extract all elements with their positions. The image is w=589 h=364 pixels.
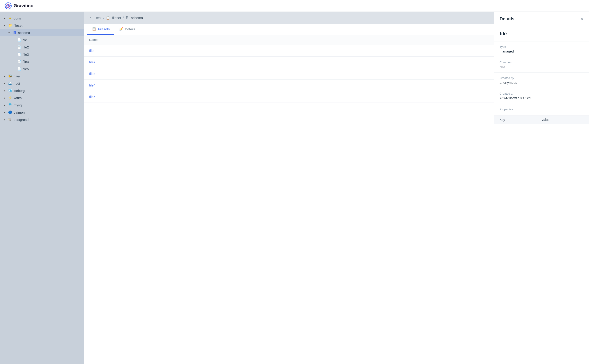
iceberg-icon: 🧊 <box>8 88 12 93</box>
sidebar-item-schema[interactable]: ▼ 🗄 schema <box>0 29 84 36</box>
mysql-icon: 🐬 <box>8 103 12 107</box>
sidebar-item-iceberg[interactable]: ▶ 🧊 iceberg <box>0 87 84 94</box>
file4-icon: 📄 <box>17 59 21 64</box>
type-label: Type <box>500 45 583 48</box>
details-panel-title: Details <box>500 16 515 21</box>
fileset-arrow: ▼ <box>3 24 6 27</box>
created-at-label: Created at <box>500 92 583 95</box>
hive-arrow: ▶ <box>3 75 6 78</box>
hudi-label: hudi <box>13 82 20 85</box>
paimon-arrow: ▶ <box>3 111 6 114</box>
breadcrumb-root: test <box>96 16 101 20</box>
sidebar-item-file[interactable]: ▶ 📄 file <box>0 36 84 44</box>
details-close-button[interactable]: × <box>581 17 583 21</box>
app-title: Gravitino <box>13 3 33 8</box>
sidebar-item-fileset[interactable]: ▼ 📁 fileset <box>0 22 84 29</box>
iceberg-arrow: ▶ <box>3 89 6 92</box>
sidebar-item-paimon[interactable]: ▶ 🔵 paimon <box>0 109 84 116</box>
breadcrumb-back-button[interactable]: ← <box>89 15 93 20</box>
comment-label: Comment <box>500 61 583 64</box>
schema-arrow: ▼ <box>7 32 11 34</box>
properties-table-header: Key Value <box>494 116 589 124</box>
fileset-folder-icon: 📁 <box>8 23 12 28</box>
file3-label: file3 <box>23 52 29 56</box>
file-label: file <box>23 38 27 42</box>
sidebar-item-hive[interactable]: ▶ 🐝 hive <box>0 72 84 80</box>
hudi-icon: 🌊 <box>8 81 12 85</box>
row-file-link[interactable]: file <box>89 49 93 52</box>
sidebar: ▶ ◈ doris ▼ 📁 fileset ▼ 🗄 schema ▶ 📄 fil… <box>0 12 84 364</box>
details-comment-section: Comment N/A <box>494 57 589 73</box>
doris-label: doris <box>13 16 21 20</box>
details-type-section: Type managed <box>494 41 589 57</box>
mysql-arrow: ▶ <box>3 104 6 106</box>
kafka-label: kafka <box>13 96 22 100</box>
file4-label: file4 <box>23 60 29 64</box>
schema-label: schema <box>18 31 30 35</box>
kafka-arrow: ▶ <box>3 97 6 99</box>
breadcrumb-middle: fileset <box>112 16 121 20</box>
svg-point-2 <box>7 5 9 6</box>
file3-icon: 📄 <box>17 52 21 57</box>
tab-details[interactable]: 📝 Details <box>114 24 140 35</box>
hudi-arrow: ▶ <box>3 82 6 85</box>
file5-label: file5 <box>23 67 29 71</box>
hive-label: hive <box>13 74 20 78</box>
postgresql-label: postgresql <box>13 118 29 122</box>
sidebar-item-mysql[interactable]: ▶ 🐬 mysql <box>0 101 84 109</box>
sidebar-item-file2[interactable]: ▶ 📄 file2 <box>0 44 84 51</box>
doris-arrow: ▶ <box>3 17 6 20</box>
props-key-header: Key <box>500 118 542 122</box>
row-file3-link[interactable]: file3 <box>89 72 96 76</box>
filesets-tab-icon: 📋 <box>92 27 96 31</box>
created-by-value: anonymous <box>500 81 583 84</box>
created-at-value: 2024-10-29 18:15:05 <box>500 96 583 100</box>
details-panel-header: Details × <box>494 12 589 26</box>
comment-value: N/A <box>500 65 583 69</box>
postgresql-icon: 🐘 <box>8 117 12 122</box>
logo: Gravitino <box>5 2 33 9</box>
app-header: Gravitino <box>0 0 589 12</box>
file5-icon: 📄 <box>17 66 21 71</box>
sidebar-item-file4[interactable]: ▶ 📄 file4 <box>0 58 84 65</box>
details-tab-label: Details <box>125 27 135 31</box>
type-value: managed <box>500 49 583 53</box>
breadcrumb-current: schema <box>131 16 143 20</box>
details-properties-section: Properties <box>494 104 589 116</box>
tab-filesets[interactable]: 📋 Filesets <box>87 24 114 35</box>
paimon-label: paimon <box>13 110 25 114</box>
paimon-icon: 🔵 <box>8 110 12 115</box>
breadcrumb-sep2: / <box>123 16 124 20</box>
sidebar-item-file3[interactable]: ▶ 📄 file3 <box>0 51 84 58</box>
sidebar-item-postgresql[interactable]: ▶ 🐘 postgresql <box>0 116 84 123</box>
file-icon: 📄 <box>17 38 21 42</box>
created-by-label: Created by <box>500 76 583 80</box>
file2-icon: 📄 <box>17 45 21 49</box>
sidebar-item-kafka[interactable]: ▶ ⚡ kafka <box>0 94 84 101</box>
row-file2-link[interactable]: file2 <box>89 60 96 64</box>
doris-icon: ◈ <box>8 16 12 20</box>
row-file4-link[interactable]: file4 <box>89 83 96 87</box>
row-file5-link[interactable]: file5 <box>89 95 96 99</box>
props-value-header: Value <box>542 118 584 122</box>
breadcrumb-fileset-icon: 📋 <box>106 16 110 20</box>
details-tab-icon: 📝 <box>119 27 123 31</box>
gravitino-logo-icon <box>5 2 12 9</box>
iceberg-label: iceberg <box>13 89 25 93</box>
schema-icon: 🗄 <box>12 30 17 35</box>
file2-label: file2 <box>23 45 29 49</box>
postgresql-arrow: ▶ <box>3 118 6 121</box>
sidebar-item-file5[interactable]: ▶ 📄 file5 <box>0 65 84 72</box>
fileset-label: fileset <box>13 24 22 27</box>
details-created-at-section: Created at 2024-10-29 18:15:05 <box>494 88 589 104</box>
mysql-label: mysql <box>13 103 22 107</box>
breadcrumb-sep1: / <box>103 16 104 20</box>
filesets-tab-label: Filesets <box>98 27 110 31</box>
details-filename: file <box>494 26 589 41</box>
details-panel: Details × file Type managed Comment N/A … <box>494 12 589 364</box>
main-layout: ▶ ◈ doris ▼ 📁 fileset ▼ 🗄 schema ▶ 📄 fil… <box>0 12 589 364</box>
sidebar-item-hudi[interactable]: ▶ 🌊 hudi <box>0 80 84 87</box>
properties-label: Properties <box>500 108 583 111</box>
sidebar-item-doris[interactable]: ▶ ◈ doris <box>0 14 84 22</box>
details-created-by-section: Created by anonymous <box>494 73 589 88</box>
